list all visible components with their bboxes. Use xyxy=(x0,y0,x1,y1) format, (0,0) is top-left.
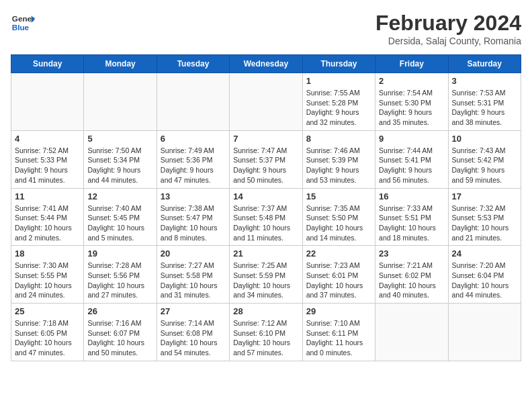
day-info: Sunrise: 7:50 AMSunset: 5:34 PMDaylight:… xyxy=(87,146,152,185)
day-info: Sunrise: 7:44 AMSunset: 5:41 PMDaylight:… xyxy=(379,146,444,185)
day-cell-27: 27Sunrise: 7:14 AMSunset: 6:08 PMDayligh… xyxy=(157,304,229,361)
day-info: Sunrise: 7:14 AMSunset: 6:08 PMDaylight:… xyxy=(161,318,226,358)
day-info: Sunrise: 7:43 AMSunset: 5:42 PMDaylight:… xyxy=(452,146,517,185)
empty-cell xyxy=(375,304,448,361)
day-cell-15: 15Sunrise: 7:35 AMSunset: 5:50 PMDayligh… xyxy=(302,188,375,246)
day-header-wednesday: Wednesday xyxy=(230,55,302,73)
day-number: 18 xyxy=(15,248,80,259)
day-number: 17 xyxy=(452,191,517,201)
day-cell-26: 26Sunrise: 7:16 AMSunset: 6:07 PMDayligh… xyxy=(84,304,157,361)
day-info: Sunrise: 7:37 AMSunset: 5:48 PMDaylight:… xyxy=(233,203,298,243)
day-cell-23: 23Sunrise: 7:21 AMSunset: 6:02 PMDayligh… xyxy=(375,246,448,304)
day-cell-29: 29Sunrise: 7:10 AMSunset: 6:11 PMDayligh… xyxy=(302,304,375,361)
day-cell-17: 17Sunrise: 7:32 AMSunset: 5:53 PMDayligh… xyxy=(448,188,521,246)
day-number: 29 xyxy=(306,306,371,316)
week-row-0: 1Sunrise: 7:55 AMSunset: 5:28 PMDaylight… xyxy=(11,73,521,131)
day-info: Sunrise: 7:30 AMSunset: 5:55 PMDaylight:… xyxy=(15,261,80,300)
day-number: 8 xyxy=(306,134,371,144)
day-number: 28 xyxy=(233,306,298,316)
day-number: 9 xyxy=(379,134,444,144)
day-info: Sunrise: 7:25 AMSunset: 5:59 PMDaylight:… xyxy=(233,261,298,300)
day-number: 3 xyxy=(452,76,517,86)
day-cell-24: 24Sunrise: 7:20 AMSunset: 6:04 PMDayligh… xyxy=(448,246,521,304)
day-cell-18: 18Sunrise: 7:30 AMSunset: 5:55 PMDayligh… xyxy=(11,246,84,304)
day-number: 16 xyxy=(379,191,444,201)
day-number: 22 xyxy=(306,248,371,259)
day-cell-9: 9Sunrise: 7:44 AMSunset: 5:41 PMDaylight… xyxy=(375,130,448,188)
title-block: February 2024 Dersida, Salaj County, Rom… xyxy=(375,11,521,46)
day-headers: SundayMondayTuesdayWednesdayThursdayFrid… xyxy=(11,55,521,73)
day-cell-19: 19Sunrise: 7:28 AMSunset: 5:56 PMDayligh… xyxy=(84,246,157,304)
day-info: Sunrise: 7:54 AMSunset: 5:30 PMDaylight:… xyxy=(379,88,444,128)
day-number: 20 xyxy=(161,248,226,259)
day-info: Sunrise: 7:47 AMSunset: 5:37 PMDaylight:… xyxy=(233,146,298,185)
day-header-tuesday: Tuesday xyxy=(157,55,229,73)
empty-cell xyxy=(84,73,157,131)
day-cell-21: 21Sunrise: 7:25 AMSunset: 5:59 PMDayligh… xyxy=(230,246,302,304)
day-header-friday: Friday xyxy=(375,55,448,73)
day-info: Sunrise: 7:55 AMSunset: 5:28 PMDaylight:… xyxy=(306,88,371,128)
page-header: General Blue February 2024 Dersida, Sala… xyxy=(11,11,521,46)
day-cell-13: 13Sunrise: 7:38 AMSunset: 5:47 PMDayligh… xyxy=(157,188,229,246)
empty-cell xyxy=(230,73,302,131)
week-row-4: 25Sunrise: 7:18 AMSunset: 6:05 PMDayligh… xyxy=(11,304,521,361)
day-number: 24 xyxy=(452,248,517,259)
logo-icon: General Blue xyxy=(11,11,35,35)
day-number: 10 xyxy=(452,134,517,144)
month-title: February 2024 xyxy=(375,11,521,36)
day-info: Sunrise: 7:33 AMSunset: 5:51 PMDaylight:… xyxy=(379,203,444,243)
day-number: 11 xyxy=(15,191,80,201)
day-info: Sunrise: 7:28 AMSunset: 5:56 PMDaylight:… xyxy=(87,261,152,300)
day-info: Sunrise: 7:12 AMSunset: 6:10 PMDaylight:… xyxy=(233,318,298,358)
day-cell-8: 8Sunrise: 7:46 AMSunset: 5:39 PMDaylight… xyxy=(302,130,375,188)
day-cell-16: 16Sunrise: 7:33 AMSunset: 5:51 PMDayligh… xyxy=(375,188,448,246)
day-number: 27 xyxy=(161,306,226,316)
day-info: Sunrise: 7:21 AMSunset: 6:02 PMDaylight:… xyxy=(379,261,444,300)
day-number: 4 xyxy=(15,134,80,144)
day-info: Sunrise: 7:20 AMSunset: 6:04 PMDaylight:… xyxy=(452,261,517,300)
day-cell-6: 6Sunrise: 7:49 AMSunset: 5:36 PMDaylight… xyxy=(157,130,229,188)
day-info: Sunrise: 7:23 AMSunset: 6:01 PMDaylight:… xyxy=(306,261,371,300)
day-header-thursday: Thursday xyxy=(302,55,375,73)
day-cell-2: 2Sunrise: 7:54 AMSunset: 5:30 PMDaylight… xyxy=(375,73,448,131)
day-info: Sunrise: 7:16 AMSunset: 6:07 PMDaylight:… xyxy=(87,318,152,358)
day-number: 5 xyxy=(87,134,152,144)
day-cell-11: 11Sunrise: 7:41 AMSunset: 5:44 PMDayligh… xyxy=(11,188,84,246)
week-row-2: 11Sunrise: 7:41 AMSunset: 5:44 PMDayligh… xyxy=(11,188,521,246)
day-info: Sunrise: 7:38 AMSunset: 5:47 PMDaylight:… xyxy=(161,203,226,243)
day-header-monday: Monday xyxy=(84,55,157,73)
day-cell-12: 12Sunrise: 7:40 AMSunset: 5:45 PMDayligh… xyxy=(84,188,157,246)
day-info: Sunrise: 7:10 AMSunset: 6:11 PMDaylight:… xyxy=(306,318,371,358)
calendar: SundayMondayTuesdayWednesdayThursdayFrid… xyxy=(11,54,521,361)
day-info: Sunrise: 7:41 AMSunset: 5:44 PMDaylight:… xyxy=(15,203,80,243)
day-number: 26 xyxy=(87,306,152,316)
location: Dersida, Salaj County, Romania xyxy=(375,36,521,46)
day-cell-4: 4Sunrise: 7:52 AMSunset: 5:33 PMDaylight… xyxy=(11,130,84,188)
day-header-sunday: Sunday xyxy=(11,55,84,73)
day-number: 21 xyxy=(233,248,298,259)
day-info: Sunrise: 7:27 AMSunset: 5:58 PMDaylight:… xyxy=(161,261,226,300)
day-info: Sunrise: 7:49 AMSunset: 5:36 PMDaylight:… xyxy=(161,146,226,185)
empty-cell xyxy=(448,304,521,361)
day-number: 2 xyxy=(379,76,444,86)
day-number: 1 xyxy=(306,76,371,86)
day-cell-1: 1Sunrise: 7:55 AMSunset: 5:28 PMDaylight… xyxy=(302,73,375,131)
day-number: 23 xyxy=(379,248,444,259)
day-cell-28: 28Sunrise: 7:12 AMSunset: 6:10 PMDayligh… xyxy=(230,304,302,361)
day-number: 14 xyxy=(233,191,298,201)
day-info: Sunrise: 7:46 AMSunset: 5:39 PMDaylight:… xyxy=(306,146,371,185)
day-info: Sunrise: 7:18 AMSunset: 6:05 PMDaylight:… xyxy=(15,318,80,358)
day-cell-7: 7Sunrise: 7:47 AMSunset: 5:37 PMDaylight… xyxy=(230,130,302,188)
day-number: 13 xyxy=(161,191,226,201)
week-row-1: 4Sunrise: 7:52 AMSunset: 5:33 PMDaylight… xyxy=(11,130,521,188)
empty-cell xyxy=(157,73,229,131)
day-info: Sunrise: 7:52 AMSunset: 5:33 PMDaylight:… xyxy=(15,146,80,185)
day-number: 25 xyxy=(15,306,80,316)
logo: General Blue xyxy=(11,11,35,35)
empty-cell xyxy=(11,73,84,131)
day-cell-5: 5Sunrise: 7:50 AMSunset: 5:34 PMDaylight… xyxy=(84,130,157,188)
day-cell-10: 10Sunrise: 7:43 AMSunset: 5:42 PMDayligh… xyxy=(448,130,521,188)
week-row-3: 18Sunrise: 7:30 AMSunset: 5:55 PMDayligh… xyxy=(11,246,521,304)
day-header-saturday: Saturday xyxy=(448,55,521,73)
day-cell-25: 25Sunrise: 7:18 AMSunset: 6:05 PMDayligh… xyxy=(11,304,84,361)
